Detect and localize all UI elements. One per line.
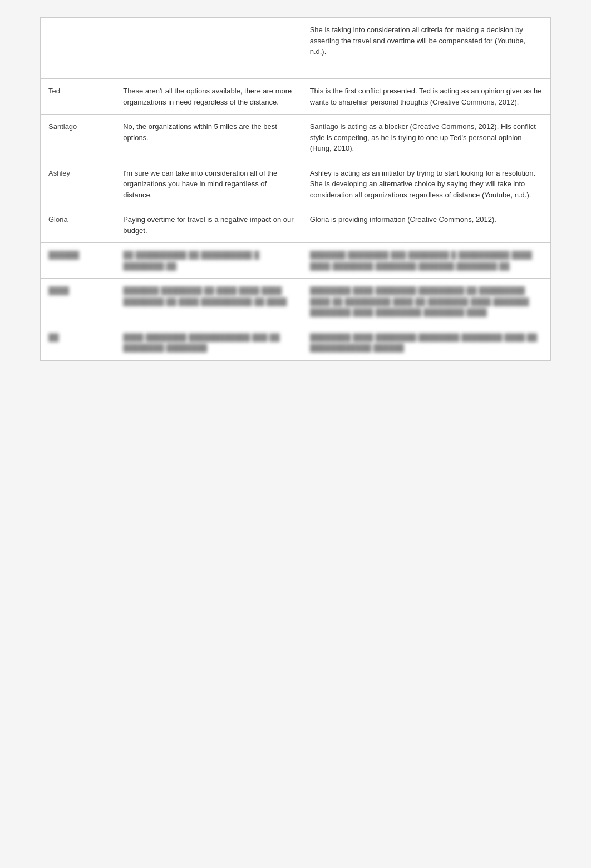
statement-cell: I'm sure we can take into consideration …	[115, 161, 302, 207]
content-table: She is taking into consideration all cri…	[40, 17, 551, 361]
statement-cell: ████ ████████ ████████████ ███ ██ ██████…	[115, 325, 302, 360]
name-cell: Ashley	[41, 161, 115, 207]
analysis-cell: Ashley is acting as an initiator by tryi…	[302, 161, 550, 207]
name-cell: ██	[41, 325, 115, 360]
analysis-cell: ███████ ████████ ███ ████████ █ ████████…	[302, 243, 550, 279]
analysis-cell: This is the first conflict presented. Te…	[302, 79, 550, 115]
statement-cell: These aren't all the options available, …	[115, 79, 302, 115]
table-row: GloriaPaying overtime for travel is a ne…	[41, 207, 551, 243]
analysis-cell: Gloria is providing information (Creativ…	[302, 207, 550, 243]
table-row: SantiagoNo, the organizations within 5 m…	[41, 115, 551, 161]
name-cell: Ted	[41, 79, 115, 115]
name-cell: Gloria	[41, 207, 115, 243]
name-cell: ██████	[41, 243, 115, 279]
name-cell: Santiago	[41, 115, 115, 161]
analysis-cell: She is taking into consideration all cri…	[302, 18, 550, 79]
name-cell	[41, 18, 115, 79]
statement-cell: No, the organizations within 5 miles are…	[115, 115, 302, 161]
table-row: ████████ ██████████ ██ ██████████ █ ████…	[41, 243, 551, 279]
analysis-cell: ████████ ████ ████████ ████████ ████████…	[302, 325, 550, 360]
statement-cell: Paying overtime for travel is a negative…	[115, 207, 302, 243]
analysis-cell: Santiago is acting as a blocker (Creativ…	[302, 115, 550, 161]
main-table-container: She is taking into consideration all cri…	[40, 17, 551, 361]
name-cell: ████	[41, 279, 115, 325]
table-row: AshleyI'm sure we can take into consider…	[41, 161, 551, 207]
table-row: ███████████ ████████ ██ ████ ████ ████ █…	[41, 279, 551, 325]
table-row: ██████ ████████ ████████████ ███ ██ ████…	[41, 325, 551, 360]
statement-cell	[115, 18, 302, 79]
analysis-cell: ████████ ████ ████████ █████████ ██ ████…	[302, 279, 550, 325]
statement-cell: ██ ██████████ ██ ██████████ █ ████████ █…	[115, 243, 302, 279]
table-row: She is taking into consideration all cri…	[41, 18, 551, 79]
table-row: TedThese aren't all the options availabl…	[41, 79, 551, 115]
statement-cell: ███████ ████████ ██ ████ ████ ████ █████…	[115, 279, 302, 325]
